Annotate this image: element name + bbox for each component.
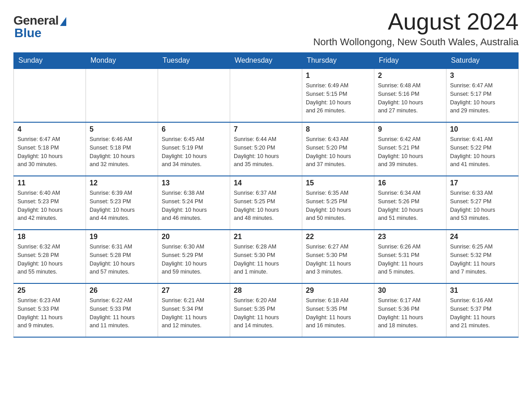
day-number: 10 <box>450 125 515 133</box>
day-number: 26 <box>90 287 154 295</box>
day-info: Sunrise: 6:39 AM Sunset: 5:23 PM Dayligh… <box>90 189 154 223</box>
day-info: Sunrise: 6:20 AM Sunset: 5:35 PM Dayligh… <box>234 296 298 330</box>
calendar-cell: 12Sunrise: 6:39 AM Sunset: 5:23 PM Dayli… <box>86 176 158 230</box>
day-info: Sunrise: 6:26 AM Sunset: 5:31 PM Dayligh… <box>378 243 442 276</box>
title-section: August 2024 North Wollongong, New South … <box>313 9 519 48</box>
day-number: 25 <box>17 287 82 295</box>
column-header-monday: Monday <box>86 53 158 69</box>
calendar-cell: 17Sunrise: 6:33 AM Sunset: 5:27 PM Dayli… <box>446 176 519 230</box>
day-info: Sunrise: 6:47 AM Sunset: 5:18 PM Dayligh… <box>17 135 82 169</box>
day-info: Sunrise: 6:22 AM Sunset: 5:33 PM Dayligh… <box>90 296 154 330</box>
day-info: Sunrise: 6:23 AM Sunset: 5:33 PM Dayligh… <box>17 296 82 330</box>
day-number: 27 <box>162 287 226 295</box>
day-number: 11 <box>17 179 82 187</box>
day-info: Sunrise: 6:45 AM Sunset: 5:19 PM Dayligh… <box>162 135 226 169</box>
day-info: Sunrise: 6:38 AM Sunset: 5:24 PM Dayligh… <box>162 189 226 223</box>
calendar-cell: 13Sunrise: 6:38 AM Sunset: 5:24 PM Dayli… <box>158 176 230 230</box>
day-info: Sunrise: 6:37 AM Sunset: 5:25 PM Dayligh… <box>234 189 298 223</box>
day-info: Sunrise: 6:47 AM Sunset: 5:17 PM Dayligh… <box>450 81 515 115</box>
calendar-cell: 27Sunrise: 6:21 AM Sunset: 5:34 PM Dayli… <box>158 283 230 337</box>
day-number: 6 <box>162 125 226 133</box>
calendar-cell: 18Sunrise: 6:32 AM Sunset: 5:28 PM Dayli… <box>14 230 86 283</box>
day-info: Sunrise: 6:28 AM Sunset: 5:30 PM Dayligh… <box>234 243 298 276</box>
logo-blue-text: Blue <box>13 26 42 40</box>
day-number: 17 <box>450 179 515 187</box>
day-number: 22 <box>306 233 370 241</box>
calendar-cell <box>230 68 302 122</box>
calendar-cell: 16Sunrise: 6:34 AM Sunset: 5:26 PM Dayli… <box>374 176 446 230</box>
day-number: 8 <box>306 125 370 133</box>
day-info: Sunrise: 6:33 AM Sunset: 5:27 PM Dayligh… <box>450 189 515 223</box>
calendar-cell: 5Sunrise: 6:46 AM Sunset: 5:18 PM Daylig… <box>86 122 158 176</box>
column-header-saturday: Saturday <box>446 53 519 69</box>
day-number: 23 <box>378 233 442 241</box>
day-number: 12 <box>90 179 154 187</box>
calendar-cell: 14Sunrise: 6:37 AM Sunset: 5:25 PM Dayli… <box>230 176 302 230</box>
day-number: 2 <box>378 72 442 80</box>
calendar-cell: 3Sunrise: 6:47 AM Sunset: 5:17 PM Daylig… <box>446 68 519 122</box>
day-number: 21 <box>234 233 298 241</box>
calendar-cell: 29Sunrise: 6:18 AM Sunset: 5:35 PM Dayli… <box>302 283 374 337</box>
calendar-cell <box>158 68 230 122</box>
day-number: 13 <box>162 179 226 187</box>
day-info: Sunrise: 6:48 AM Sunset: 5:16 PM Dayligh… <box>378 81 442 115</box>
calendar-cell: 31Sunrise: 6:16 AM Sunset: 5:37 PM Dayli… <box>446 283 519 337</box>
day-number: 28 <box>234 287 298 295</box>
calendar-cell: 19Sunrise: 6:31 AM Sunset: 5:28 PM Dayli… <box>86 230 158 283</box>
day-info: Sunrise: 6:21 AM Sunset: 5:34 PM Dayligh… <box>162 296 226 330</box>
calendar-table: SundayMondayTuesdayWednesdayThursdayFrid… <box>13 52 519 338</box>
day-number: 1 <box>306 72 370 80</box>
calendar-header-row: SundayMondayTuesdayWednesdayThursdayFrid… <box>14 53 519 69</box>
day-number: 14 <box>234 179 298 187</box>
calendar-cell: 1Sunrise: 6:49 AM Sunset: 5:15 PM Daylig… <box>302 68 374 122</box>
calendar-cell: 20Sunrise: 6:30 AM Sunset: 5:29 PM Dayli… <box>158 230 230 283</box>
calendar-cell: 28Sunrise: 6:20 AM Sunset: 5:35 PM Dayli… <box>230 283 302 337</box>
calendar-cell: 10Sunrise: 6:41 AM Sunset: 5:22 PM Dayli… <box>446 122 519 176</box>
day-number: 30 <box>378 287 442 295</box>
day-info: Sunrise: 6:27 AM Sunset: 5:30 PM Dayligh… <box>306 243 370 276</box>
day-info: Sunrise: 6:34 AM Sunset: 5:26 PM Dayligh… <box>378 189 442 223</box>
day-info: Sunrise: 6:30 AM Sunset: 5:29 PM Dayligh… <box>162 243 226 276</box>
day-info: Sunrise: 6:49 AM Sunset: 5:15 PM Dayligh… <box>306 81 370 115</box>
day-number: 9 <box>378 125 442 133</box>
calendar-cell: 15Sunrise: 6:35 AM Sunset: 5:25 PM Dayli… <box>302 176 374 230</box>
day-info: Sunrise: 6:32 AM Sunset: 5:28 PM Dayligh… <box>17 243 82 276</box>
day-info: Sunrise: 6:35 AM Sunset: 5:25 PM Dayligh… <box>306 189 370 223</box>
location-title: North Wollongong, New South Wales, Austr… <box>313 36 519 48</box>
day-number: 18 <box>17 233 82 241</box>
calendar-cell <box>86 68 158 122</box>
day-number: 3 <box>450 72 515 80</box>
logo: General Blue <box>13 13 66 40</box>
calendar-cell: 22Sunrise: 6:27 AM Sunset: 5:30 PM Dayli… <box>302 230 374 283</box>
calendar-week-row: 25Sunrise: 6:23 AM Sunset: 5:33 PM Dayli… <box>14 283 519 337</box>
calendar-week-row: 1Sunrise: 6:49 AM Sunset: 5:15 PM Daylig… <box>14 68 519 122</box>
day-number: 16 <box>378 179 442 187</box>
day-number: 7 <box>234 125 298 133</box>
calendar-cell: 6Sunrise: 6:45 AM Sunset: 5:19 PM Daylig… <box>158 122 230 176</box>
calendar-cell: 7Sunrise: 6:44 AM Sunset: 5:20 PM Daylig… <box>230 122 302 176</box>
column-header-wednesday: Wednesday <box>230 53 302 69</box>
day-number: 19 <box>90 233 154 241</box>
calendar-week-row: 11Sunrise: 6:40 AM Sunset: 5:23 PM Dayli… <box>14 176 519 230</box>
calendar-cell: 11Sunrise: 6:40 AM Sunset: 5:23 PM Dayli… <box>14 176 86 230</box>
day-info: Sunrise: 6:31 AM Sunset: 5:28 PM Dayligh… <box>90 243 154 276</box>
column-header-sunday: Sunday <box>14 53 86 69</box>
calendar-cell: 25Sunrise: 6:23 AM Sunset: 5:33 PM Dayli… <box>14 283 86 337</box>
calendar-cell: 23Sunrise: 6:26 AM Sunset: 5:31 PM Dayli… <box>374 230 446 283</box>
day-number: 29 <box>306 287 370 295</box>
page-header: General Blue August 2024 North Wollongon… <box>13 9 519 48</box>
day-info: Sunrise: 6:44 AM Sunset: 5:20 PM Dayligh… <box>234 135 298 169</box>
column-header-thursday: Thursday <box>302 53 374 69</box>
calendar-week-row: 4Sunrise: 6:47 AM Sunset: 5:18 PM Daylig… <box>14 122 519 176</box>
day-number: 5 <box>90 125 154 133</box>
calendar-cell <box>14 68 86 122</box>
day-info: Sunrise: 6:16 AM Sunset: 5:37 PM Dayligh… <box>450 296 515 330</box>
calendar-cell: 26Sunrise: 6:22 AM Sunset: 5:33 PM Dayli… <box>86 283 158 337</box>
day-number: 15 <box>306 179 370 187</box>
day-info: Sunrise: 6:41 AM Sunset: 5:22 PM Dayligh… <box>450 135 515 169</box>
day-info: Sunrise: 6:40 AM Sunset: 5:23 PM Dayligh… <box>17 189 82 223</box>
day-info: Sunrise: 6:18 AM Sunset: 5:35 PM Dayligh… <box>306 296 370 330</box>
logo-triangle-icon <box>60 17 66 26</box>
day-info: Sunrise: 6:42 AM Sunset: 5:21 PM Dayligh… <box>378 135 442 169</box>
calendar-cell: 4Sunrise: 6:47 AM Sunset: 5:18 PM Daylig… <box>14 122 86 176</box>
